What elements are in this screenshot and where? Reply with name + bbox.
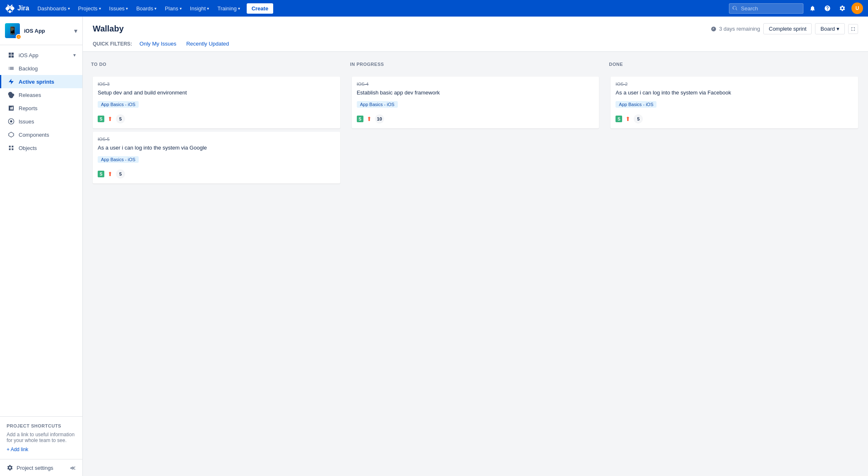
nav-projects[interactable]: Projects ▾	[75, 4, 104, 13]
insight-chevron-icon: ▾	[207, 6, 209, 11]
card-ios-2-id: IOS-2	[616, 82, 853, 87]
chart-icon	[8, 105, 14, 111]
sidebar-item-reports[interactable]: Reports	[0, 101, 82, 115]
nav-dashboards[interactable]: Dashboards ▾	[34, 4, 73, 13]
card-ios-2[interactable]: IOS-2 As a user i can log into the syste…	[611, 77, 858, 128]
story-type-icon: S	[357, 116, 363, 122]
card-ios-4-footer: S ⬆ 10	[357, 114, 594, 123]
card-ios-2-footer: S ⬆ 5	[616, 114, 853, 123]
issues-icon	[8, 118, 14, 125]
sidebar-item-objects[interactable]: Objects	[0, 141, 82, 155]
add-link-button[interactable]: + Add link	[7, 447, 76, 452]
column-done: DONE IOS-2 As a user i can log into the …	[607, 58, 861, 469]
column-inprogress: IN PROGRESS IOS-4 Establish basic app de…	[349, 58, 603, 469]
board-view-chevron-icon: ▾	[837, 26, 839, 32]
sidebar-item-active-sprints-label: Active sprints	[19, 79, 54, 85]
nav-training[interactable]: Training ▾	[214, 4, 243, 13]
nav-plans[interactable]: Plans ▾	[161, 4, 185, 13]
story-type-icon: S	[616, 116, 622, 122]
sidebar: 📱 ⚠ iOS App ▾ iOS App ▾ Backlog	[0, 17, 83, 476]
complete-sprint-button[interactable]: Complete sprint	[763, 23, 812, 34]
help-button[interactable]	[822, 2, 833, 14]
column-done-cards: IOS-2 As a user i can log into the syste…	[607, 73, 861, 469]
sidebar-item-objects-label: Objects	[19, 145, 37, 151]
project-settings-button[interactable]: Project settings ≪	[0, 459, 82, 476]
sidebar-item-ios-app[interactable]: iOS App ▾	[0, 48, 82, 62]
nav-issues[interactable]: Issues ▾	[106, 4, 132, 13]
story-type-icon: S	[98, 171, 104, 177]
card-ios-5-footer: S ⬆ 5	[98, 169, 335, 179]
filter-recently-updated[interactable]: Recently Updated	[184, 39, 231, 48]
card-ios-4[interactable]: IOS-4 Establish basic app dev framework …	[352, 77, 599, 128]
board-title: Wallaby	[93, 24, 124, 34]
app-container: 📱 ⚠ iOS App ▾ iOS App ▾ Backlog	[0, 17, 868, 476]
filter-my-issues[interactable]: Only My Issues	[137, 39, 179, 48]
board-title-row: Wallaby 3 days remaining Complete sprint…	[93, 23, 858, 34]
project-avatar: 📱 ⚠	[5, 23, 20, 38]
nav-boards[interactable]: Boards ▾	[133, 4, 160, 13]
search-icon	[732, 5, 738, 11]
svg-point-1	[10, 120, 12, 122]
search-input[interactable]	[729, 3, 803, 14]
settings-button[interactable]	[837, 2, 848, 14]
sidebar-item-issues-label: Issues	[19, 118, 34, 125]
topnav: Jira Dashboards ▾ Projects ▾ Issues ▾ Bo…	[0, 0, 868, 17]
sidebar-nav: iOS App ▾ Backlog Active sprints	[0, 45, 82, 416]
sidebar-item-backlog-label: Backlog	[19, 65, 38, 72]
card-ios-5-points: 5	[116, 169, 125, 179]
board-view-button[interactable]: Board ▾	[815, 23, 845, 34]
card-ios-5[interactable]: IOS-5 As a user i can log into the syste…	[93, 132, 340, 184]
avatar[interactable]: U	[851, 2, 863, 14]
shortcuts-title: PROJECT SHORTCUTS	[7, 423, 76, 428]
sidebar-item-releases[interactable]: Releases	[0, 88, 82, 101]
card-ios-3-footer: S ⬆ 5	[98, 114, 335, 123]
card-ios-3-points: 5	[116, 114, 125, 123]
card-ios-5-id: IOS-5	[98, 137, 335, 142]
sidebar-item-components[interactable]: Components	[0, 128, 82, 141]
card-ios-4-points: 10	[375, 114, 384, 123]
logo-text: Jira	[17, 5, 29, 12]
card-ios-2-label: App Basics - iOS	[616, 101, 656, 108]
card-ios-3[interactable]: IOS-3 Setup dev and and build environmen…	[93, 77, 340, 128]
card-ios-4-id: IOS-4	[357, 82, 594, 87]
sidebar-item-releases-label: Releases	[19, 92, 41, 98]
nav-insight[interactable]: Insight ▾	[187, 4, 212, 13]
priority-icon: ⬆	[107, 116, 113, 122]
card-ios-2-points: 5	[634, 114, 643, 123]
card-ios-3-label: App Basics - iOS	[98, 101, 139, 108]
sidebar-collapse-button[interactable]: ▾	[74, 27, 77, 35]
issues-chevron-icon: ▾	[126, 6, 128, 11]
expand-button[interactable]	[848, 24, 858, 34]
quick-filters: QUICK FILTERS: Only My Issues Recently U…	[93, 39, 858, 51]
story-type-icon: S	[98, 116, 104, 122]
card-ios-2-title: As a user i can log into the system via …	[616, 89, 853, 97]
jira-logo[interactable]: Jira	[5, 3, 29, 13]
training-chevron-icon: ▾	[238, 6, 240, 11]
project-settings-label: Project settings	[17, 465, 53, 471]
create-button[interactable]: Create	[247, 3, 273, 14]
column-todo-cards: IOS-3 Setup dev and and build environmen…	[89, 73, 344, 469]
column-done-header: DONE	[607, 58, 861, 70]
project-header: 📱 ⚠ iOS App ▾	[0, 17, 82, 45]
board-actions: 3 days remaining Complete sprint Board ▾	[711, 23, 858, 34]
board-header: Wallaby 3 days remaining Complete sprint…	[83, 17, 868, 52]
sidebar-item-issues[interactable]: Issues	[0, 115, 82, 128]
column-inprogress-header: IN PROGRESS	[349, 58, 603, 70]
collapse-sidebar-icon[interactable]: ≪	[70, 465, 76, 471]
sidebar-item-ios-app-label: iOS App	[19, 52, 38, 58]
clock-icon	[711, 26, 717, 32]
sidebar-item-backlog[interactable]: Backlog	[0, 62, 82, 75]
card-ios-5-title: As a user i can log into the system via …	[98, 144, 335, 152]
sidebar-item-active-sprints[interactable]: Active sprints	[0, 75, 82, 88]
column-todo: TO DO IOS-3 Setup dev and and build envi…	[89, 58, 344, 469]
components-icon	[8, 131, 14, 138]
topnav-right: U	[729, 2, 863, 14]
list-icon	[8, 65, 14, 72]
column-todo-header: TO DO	[89, 58, 344, 70]
time-remaining: 3 days remaining	[711, 26, 760, 32]
notifications-button[interactable]	[807, 2, 818, 14]
project-avatar-badge: ⚠	[16, 34, 22, 40]
grid-icon	[8, 52, 14, 58]
sidebar-shortcuts: PROJECT SHORTCUTS Add a link to useful i…	[0, 416, 82, 459]
card-ios-4-label: App Basics - iOS	[357, 101, 398, 108]
